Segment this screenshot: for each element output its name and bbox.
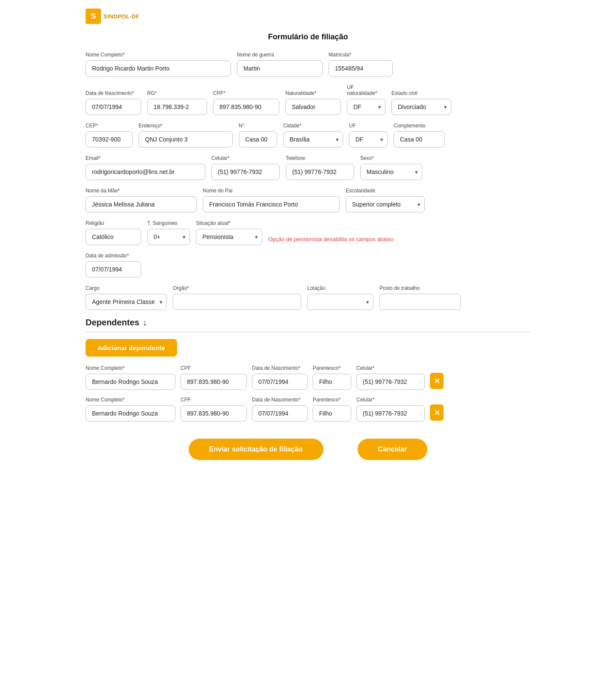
dep2-label-nascimento: Data de Nascimento*	[252, 397, 308, 403]
dep1-input-parentesco[interactable]	[313, 374, 351, 390]
select-estado-civil[interactable]: Divorciado	[391, 99, 451, 115]
field-naturalidade: Naturalidade*	[285, 90, 341, 115]
dep1-field-nascimento: Data de Nascimento*	[252, 365, 308, 390]
field-telefone: Telefone	[286, 155, 354, 180]
submit-button[interactable]: Enviar solicitação de filiação	[189, 439, 323, 460]
select-wrapper-cargo: Agente Primeira Classe	[86, 294, 167, 310]
bottom-actions: Enviar solicitação de filiação Cancelar	[86, 439, 530, 460]
input-nome-guerra[interactable]	[237, 60, 323, 77]
input-endereco[interactable]	[139, 131, 233, 147]
section-divider	[86, 332, 530, 332]
input-naturalidade[interactable]	[285, 99, 341, 115]
field-data-nascimento: Data de Nascimento*	[86, 90, 141, 115]
dependentes-arrow-icon: ↓	[143, 318, 147, 327]
input-data-nascimento[interactable]	[86, 99, 141, 115]
dep2-label-celular: Celular*	[356, 397, 425, 403]
dep2-label-cpf: CPF	[181, 397, 247, 403]
select-lotacao[interactable]	[307, 294, 373, 310]
label-nome-mae: Nome da Mãe*	[86, 188, 197, 194]
label-matricula: Matricula*	[329, 52, 393, 58]
label-lotacao: Lotação	[307, 285, 373, 291]
dep1-remove-button[interactable]: ✕	[430, 373, 444, 389]
label-situacao: Situação atual*	[196, 220, 262, 226]
label-data-admissao: Data de admissão*	[86, 253, 141, 259]
label-nome-completo: Nome Completo*	[86, 52, 231, 58]
dep2-input-parentesco[interactable]	[313, 405, 351, 422]
input-cep[interactable]	[86, 131, 133, 147]
row-3: CEP* Endereço* N° Cidade* Brasília UF DF	[86, 123, 530, 147]
dependentes-header: Dependentes ↓	[86, 318, 530, 327]
select-uf[interactable]: DF	[349, 131, 388, 147]
input-cpf[interactable]	[213, 99, 279, 115]
label-cidade: Cidade*	[283, 123, 343, 129]
select-sexo[interactable]: Masculino	[360, 164, 422, 180]
dep2-field-cpf: CPF	[181, 397, 247, 422]
field-email: Email*	[86, 155, 205, 180]
label-endereco: Endereço*	[139, 123, 233, 129]
dep1-input-nome[interactable]	[86, 374, 175, 390]
dep2-field-celular: Celular*	[356, 397, 425, 422]
logo: S SINDPOL·DF	[86, 9, 530, 24]
row-4: Email* Celular* Telefone Sexo* Masculino	[86, 155, 530, 180]
select-uf-naturalidade[interactable]: DF	[347, 99, 385, 115]
field-numero: N°	[239, 123, 277, 147]
field-nome-pai: Nome do Pai	[203, 188, 340, 212]
input-rg[interactable]	[147, 99, 207, 115]
label-escolaridade: Escolaridade	[346, 188, 425, 194]
dep1-input-celular[interactable]	[356, 374, 425, 390]
field-nome-mae: Nome da Mãe*	[86, 188, 197, 212]
input-data-admissao[interactable]	[86, 261, 141, 277]
dep2-remove-button[interactable]: ✕	[430, 404, 444, 421]
dep2-input-celular[interactable]	[356, 405, 425, 422]
input-email[interactable]	[86, 164, 205, 180]
select-wrapper-cidade: Brasília	[283, 131, 343, 147]
cancel-button[interactable]: Cancelar	[358, 439, 428, 460]
input-telefone[interactable]	[286, 164, 354, 180]
dep1-label-parentesco: Parentesco*	[313, 365, 351, 371]
dep2-input-cpf[interactable]	[181, 405, 247, 422]
field-complemento: Complemento	[394, 123, 445, 147]
input-posto[interactable]	[379, 294, 461, 310]
field-lotacao: Lotação	[307, 285, 373, 310]
select-escolaridade[interactable]: Superior completo	[346, 196, 425, 212]
label-telefone: Telefone	[286, 155, 354, 161]
row-7: Data de admissão*	[86, 253, 530, 277]
row-1: Nome Completo* Nome de guerra Matricula*	[86, 52, 530, 77]
dep1-input-cpf[interactable]	[181, 374, 247, 390]
field-uf: UF DF	[349, 123, 388, 147]
input-religiao[interactable]	[86, 229, 141, 245]
select-cidade[interactable]: Brasília	[283, 131, 343, 147]
select-wrapper-situacao: Pensionista	[196, 229, 262, 245]
field-cep: CEP*	[86, 123, 133, 147]
label-estado-civil: Estado civil	[391, 90, 451, 96]
dep1-label-nascimento: Data de Nascimento*	[252, 365, 308, 371]
dep1-input-nascimento[interactable]	[252, 374, 308, 390]
field-cargo: Cargo Agente Primeira Classe	[86, 285, 167, 310]
field-cpf: CPF*	[213, 90, 279, 115]
input-nome-mae[interactable]	[86, 196, 197, 212]
field-cidade: Cidade* Brasília	[283, 123, 343, 147]
dep1-field-celular: Celular*	[356, 365, 425, 390]
dep2-input-nascimento[interactable]	[252, 405, 308, 422]
field-nome-guerra: Nome de guerra	[237, 52, 323, 77]
input-orgao[interactable]	[173, 294, 301, 310]
select-t-sanguineo[interactable]: 0+	[147, 229, 190, 245]
dep2-input-nome[interactable]	[86, 405, 175, 422]
field-posto: Posto de trabalho	[379, 285, 461, 310]
select-cargo[interactable]: Agente Primeira Classe	[86, 294, 167, 310]
input-celular[interactable]	[211, 164, 280, 180]
input-numero[interactable]	[239, 131, 277, 147]
input-matricula[interactable]	[329, 60, 393, 77]
select-situacao[interactable]: Pensionista	[196, 229, 262, 245]
add-dependente-button[interactable]: Adicionar dependente	[86, 339, 177, 357]
row-8: Cargo Agente Primeira Classe Orgão* Lota…	[86, 285, 530, 310]
input-nome-completo[interactable]	[86, 60, 231, 77]
field-matricula: Matricula*	[329, 52, 393, 77]
dep1-label-nome: Nome Completo*	[86, 365, 175, 371]
dependentes-title: Dependentes	[86, 318, 139, 327]
select-wrapper-tsang: 0+	[147, 229, 190, 245]
input-nome-pai[interactable]	[203, 196, 340, 212]
field-uf-naturalidade: UF naturalidade* DF	[347, 84, 385, 115]
input-complemento[interactable]	[394, 131, 445, 147]
label-nome-guerra: Nome de guerra	[237, 52, 323, 58]
